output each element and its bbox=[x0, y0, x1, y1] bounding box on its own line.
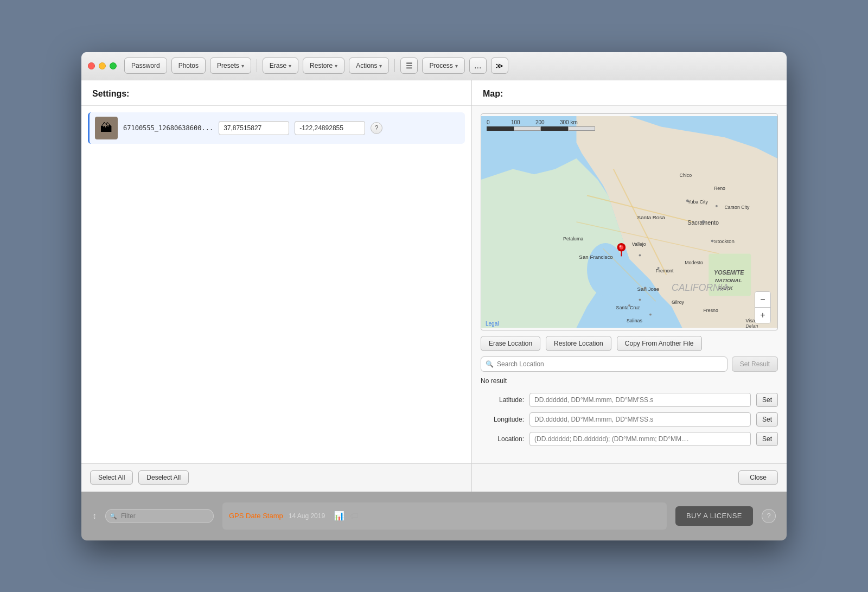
left-bottom-bar: Select All Deselect All bbox=[81, 463, 471, 492]
svg-text:San Francisco: San Francisco bbox=[579, 254, 613, 260]
help-button[interactable]: ? bbox=[371, 122, 382, 134]
actions-button[interactable]: Actions ▾ bbox=[349, 58, 389, 74]
set-result-button[interactable]: Set Result bbox=[732, 357, 778, 372]
restore-button[interactable]: Restore ▾ bbox=[303, 58, 344, 74]
zoom-in-button[interactable]: + bbox=[755, 308, 770, 323]
longitude-label: Longitude: bbox=[481, 416, 524, 423]
latitude-row: Latitude: Set bbox=[472, 390, 787, 410]
svg-text:Santa Cruz: Santa Cruz bbox=[616, 304, 640, 310]
right-panel: Map: bbox=[472, 80, 787, 492]
svg-text:Carson City: Carson City bbox=[725, 204, 750, 209]
svg-point-31 bbox=[716, 205, 718, 207]
svg-point-38 bbox=[639, 298, 641, 301]
svg-text:Fresno: Fresno bbox=[704, 307, 718, 313]
location-label: Location: bbox=[481, 435, 524, 443]
settings-header: Settings: bbox=[81, 80, 471, 106]
zoom-out-button[interactable]: − bbox=[755, 292, 770, 307]
search-box[interactable]: 🔍 bbox=[481, 357, 727, 372]
latitude-set-button[interactable]: Set bbox=[756, 393, 778, 407]
erase-location-button[interactable]: Erase Location bbox=[481, 336, 540, 351]
list-view-button[interactable]: ☰ bbox=[400, 58, 418, 74]
file-name: 67100555_12680638600... bbox=[123, 124, 213, 132]
latitude-coord-input[interactable] bbox=[529, 393, 751, 407]
svg-point-43 bbox=[619, 245, 621, 247]
svg-text:Yuba City: Yuba City bbox=[687, 199, 708, 204]
search-location-input[interactable] bbox=[497, 360, 723, 368]
erase-chevron-icon: ▾ bbox=[289, 63, 291, 69]
chart-icon: 📊 bbox=[334, 511, 344, 521]
maximize-traffic-light[interactable] bbox=[110, 62, 117, 69]
longitude-row: Longitude: Set bbox=[472, 410, 787, 429]
svg-text:Reno: Reno bbox=[714, 186, 725, 191]
toolbar-separator-1 bbox=[257, 59, 257, 72]
main-content: Settings: 🏔 67100555_12680638600... ? Se… bbox=[81, 80, 787, 492]
main-window: Password Photos Presets ▾ Erase ▾ Restor… bbox=[81, 52, 787, 540]
svg-point-30 bbox=[686, 199, 689, 202]
file-item[interactable]: 🏔 67100555_12680638600... ? bbox=[88, 112, 465, 144]
photos-button[interactable]: Photos bbox=[171, 58, 206, 74]
svg-point-33 bbox=[711, 239, 714, 242]
svg-text:Petaluma: Petaluma bbox=[563, 236, 583, 241]
help-circle-button[interactable]: ? bbox=[762, 509, 776, 523]
svg-text:Chico: Chico bbox=[680, 173, 692, 178]
longitude-set-button[interactable]: Set bbox=[756, 412, 778, 427]
minimize-traffic-light[interactable] bbox=[99, 62, 106, 69]
svg-point-35 bbox=[658, 266, 660, 269]
latitude-input[interactable] bbox=[219, 121, 289, 135]
toolbar-separator-2 bbox=[394, 59, 395, 72]
file-thumbnail: 🏔 bbox=[95, 117, 118, 139]
more-button[interactable]: … bbox=[469, 58, 487, 74]
map-zoom-controls: − + bbox=[755, 291, 771, 323]
erase-button[interactable]: Erase ▾ bbox=[263, 58, 298, 74]
erase-label: Erase bbox=[270, 62, 286, 69]
bottom-file-item[interactable]: GPS Date Stamp 14 Aug 2019 📊 🏷 bbox=[222, 502, 667, 530]
presets-button[interactable]: Presets ▾ bbox=[210, 58, 251, 74]
process-label: Process bbox=[429, 62, 452, 69]
location-row: Location: Set bbox=[472, 429, 787, 449]
map-legal-link[interactable]: Legal bbox=[486, 321, 499, 327]
filter-search-icon: 🔍 bbox=[110, 512, 117, 519]
list-icon: ☰ bbox=[406, 61, 413, 70]
longitude-coord-input[interactable] bbox=[529, 412, 751, 427]
svg-point-37 bbox=[628, 304, 630, 307]
filter-container: 🔍 bbox=[105, 509, 214, 523]
map-header: Map: bbox=[472, 80, 787, 106]
svg-text:Gilroy: Gilroy bbox=[672, 300, 685, 305]
svg-text:Delan: Delan bbox=[746, 323, 758, 329]
bottom-bar: ↕ 🔍 GPS Date Stamp 14 Aug 2019 📊 🏷 BUY A… bbox=[81, 492, 787, 540]
sort-icon[interactable]: ↕ bbox=[92, 511, 97, 521]
left-panel: Settings: 🏔 67100555_12680638600... ? Se… bbox=[81, 80, 472, 492]
svg-text:CALIFORNIA: CALIFORNIA bbox=[672, 282, 729, 292]
password-button[interactable]: Password bbox=[124, 58, 167, 74]
expand-button[interactable]: ≫ bbox=[491, 58, 508, 74]
location-set-button[interactable]: Set bbox=[756, 432, 778, 446]
close-button[interactable]: Close bbox=[738, 470, 778, 485]
latitude-label: Latitude: bbox=[481, 396, 524, 404]
traffic-lights bbox=[88, 62, 117, 69]
map-svg: Chico Reno Yuba City Carson City Santa R… bbox=[481, 114, 777, 330]
close-traffic-light[interactable] bbox=[88, 62, 95, 69]
restore-label: Restore bbox=[310, 62, 333, 69]
copy-from-another-file-button[interactable]: Copy From Another File bbox=[617, 336, 702, 351]
location-buttons: Erase Location Restore Location Copy Fro… bbox=[472, 336, 787, 357]
process-button[interactable]: Process ▾ bbox=[422, 58, 464, 74]
map-scale-bar: 0 100 200 300 km bbox=[487, 119, 595, 131]
file-list: 🏔 67100555_12680638600... ? bbox=[81, 106, 471, 463]
location-coord-input[interactable] bbox=[529, 432, 751, 446]
svg-text:Santa Rosa: Santa Rosa bbox=[637, 214, 666, 220]
longitude-input[interactable] bbox=[295, 121, 365, 135]
title-bar: Password Photos Presets ▾ Erase ▾ Restor… bbox=[81, 52, 787, 80]
actions-chevron-icon: ▾ bbox=[379, 63, 382, 69]
buy-license-button[interactable]: BUY A LICENSE bbox=[675, 506, 753, 526]
search-row: 🔍 Set Result bbox=[472, 357, 787, 375]
restore-location-button[interactable]: Restore Location bbox=[546, 336, 611, 351]
select-all-button[interactable]: Select All bbox=[90, 470, 133, 485]
filter-input[interactable] bbox=[105, 509, 214, 523]
deselect-all-button[interactable]: Deselect All bbox=[138, 470, 189, 485]
search-icon: 🔍 bbox=[486, 360, 494, 368]
map-container[interactable]: Chico Reno Yuba City Carson City Santa R… bbox=[481, 113, 778, 330]
presets-label: Presets bbox=[217, 62, 239, 69]
more-icon: … bbox=[474, 61, 482, 70]
svg-text:YOSEMITE: YOSEMITE bbox=[714, 269, 744, 276]
process-chevron-icon: ▾ bbox=[455, 63, 458, 69]
